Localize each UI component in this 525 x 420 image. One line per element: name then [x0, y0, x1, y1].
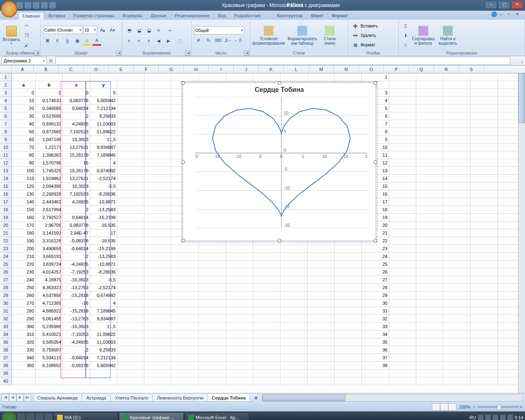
cell[interactable]: -16 — [63, 299, 90, 307]
cell[interactable]: 210 — [12, 253, 36, 260]
cell[interactable] — [171, 276, 199, 284]
cell[interactable] — [308, 338, 335, 346]
cell[interactable]: 11,5 — [90, 136, 117, 144]
increase-decimal-icon[interactable]: ,0→ — [224, 36, 233, 45]
cell[interactable]: 6,108652 — [36, 362, 63, 370]
cell[interactable]: 3,316126 — [36, 237, 63, 245]
tab-Макет[interactable]: Макет — [307, 12, 328, 20]
cell[interactable]: 27 — [362, 276, 389, 284]
align-center-icon[interactable]: ≡ — [135, 36, 144, 45]
cell[interactable] — [389, 237, 416, 245]
cell[interactable] — [117, 97, 144, 105]
row-header[interactable]: 15 — [0, 183, 12, 190]
cell[interactable] — [253, 346, 280, 354]
cell[interactable] — [171, 73, 199, 81]
cell[interactable]: 80 — [12, 151, 36, 159]
cell[interactable]: 5,605942 — [90, 97, 117, 105]
cell[interactable]: -15,2199 — [90, 245, 117, 253]
cell[interactable]: -13,2763 — [63, 315, 90, 323]
row-header[interactable]: 14 — [0, 175, 12, 183]
resize-handle[interactable] — [181, 160, 185, 164]
cell[interactable] — [199, 284, 226, 292]
cell[interactable] — [335, 362, 362, 370]
cell[interactable]: 280 — [12, 307, 36, 315]
cell[interactable]: 4,24935 — [63, 120, 90, 128]
cell[interactable] — [443, 338, 470, 346]
fill-icon[interactable]: ⬇ — [401, 31, 410, 40]
cell[interactable] — [226, 307, 253, 315]
cell[interactable] — [144, 323, 171, 331]
cell[interactable] — [416, 97, 443, 105]
cell[interactable] — [389, 229, 416, 237]
cell[interactable] — [471, 377, 498, 385]
fill-color-icon[interactable]: ◇ — [82, 36, 91, 46]
ribbon-minimize-button[interactable]: – — [500, 11, 505, 17]
cell[interactable] — [416, 377, 443, 385]
view-layout-icon[interactable] — [440, 403, 448, 411]
cell[interactable] — [471, 370, 498, 377]
cell[interactable] — [144, 151, 171, 159]
cell[interactable] — [443, 175, 470, 183]
cell[interactable] — [144, 299, 171, 307]
cell[interactable] — [226, 377, 253, 385]
shrink-font-icon[interactable]: A▾ — [108, 25, 117, 34]
cell[interactable] — [389, 73, 416, 81]
cell[interactable] — [471, 229, 498, 237]
row-header[interactable]: 27 — [0, 276, 12, 284]
cell[interactable] — [443, 331, 470, 338]
cell[interactable]: 3,665191 — [36, 253, 63, 260]
cell[interactable] — [144, 198, 171, 206]
cell[interactable] — [253, 284, 280, 292]
cell[interactable] — [144, 237, 171, 245]
cell[interactable] — [443, 221, 470, 229]
cell[interactable] — [416, 276, 443, 284]
bold-button[interactable]: Ж — [43, 36, 52, 45]
quick-launch-icon[interactable] — [17, 413, 25, 420]
cell[interactable] — [144, 276, 171, 284]
cell[interactable] — [416, 175, 443, 183]
column-header[interactable]: R — [434, 66, 459, 73]
cell[interactable] — [335, 260, 362, 268]
cell[interactable]: 30 — [12, 112, 36, 120]
cell[interactable] — [389, 346, 416, 354]
cell[interactable] — [471, 253, 498, 260]
cell[interactable] — [308, 73, 335, 81]
increase-indent-icon[interactable]: ▶ — [164, 36, 173, 45]
cell[interactable] — [416, 315, 443, 323]
cell[interactable] — [416, 268, 443, 276]
tray-icon[interactable] — [500, 415, 506, 420]
cell[interactable]: -8,28036 — [90, 190, 117, 198]
cell[interactable] — [144, 206, 171, 214]
cell[interactable]: 0,872665 — [36, 128, 63, 136]
cell[interactable] — [389, 276, 416, 284]
row-header[interactable]: 22 — [0, 237, 12, 245]
cell[interactable] — [471, 73, 498, 81]
cell[interactable]: -2,52174 — [90, 175, 117, 183]
zoom-in-button[interactable]: + — [520, 404, 523, 409]
cell[interactable]: 20 — [12, 105, 36, 112]
cell[interactable] — [416, 81, 443, 89]
cell[interactable] — [308, 245, 335, 253]
cell[interactable] — [171, 362, 199, 370]
format-cells-button[interactable]: ▦Формат — [351, 41, 378, 50]
cell[interactable] — [12, 370, 36, 377]
quick-launch-icon[interactable] — [26, 413, 34, 420]
cell[interactable]: 90 — [12, 159, 36, 167]
cell[interactable] — [171, 253, 199, 260]
conditional-formatting-button[interactable]: Условное форматирование — [253, 22, 285, 49]
cell[interactable] — [199, 346, 226, 354]
cell[interactable] — [281, 73, 308, 81]
cell[interactable] — [335, 346, 362, 354]
cell[interactable] — [117, 292, 144, 299]
cell[interactable] — [443, 144, 470, 151]
cell[interactable] — [226, 292, 253, 299]
cell[interactable] — [281, 253, 308, 260]
row-header[interactable]: 4 — [0, 97, 12, 105]
cell[interactable]: 3,839724 — [36, 260, 63, 268]
italic-button[interactable]: К — [53, 36, 62, 45]
select-all-button[interactable] — [0, 66, 12, 73]
cell[interactable] — [389, 299, 416, 307]
cell[interactable] — [443, 198, 470, 206]
cell[interactable] — [144, 377, 171, 385]
cell[interactable]: 120 — [12, 183, 36, 190]
